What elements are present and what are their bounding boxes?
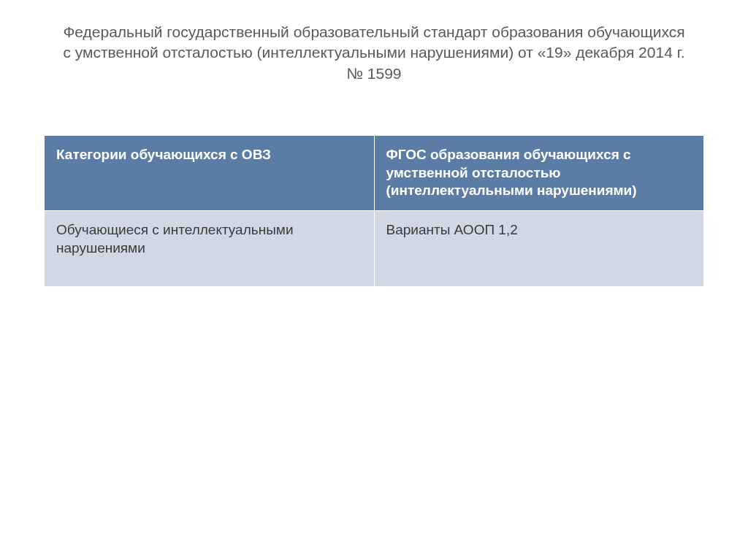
table-row: Обучающиеся с интеллектуальными нарушени… bbox=[45, 211, 704, 287]
header-standard: ФГОС образования обучающихся с умственно… bbox=[374, 136, 704, 211]
cell-category: Обучающиеся с интеллектуальными нарушени… bbox=[45, 211, 375, 287]
header-category: Категории обучающихся с ОВЗ bbox=[45, 136, 375, 211]
slide-container: Федеральный государственный образователь… bbox=[0, 0, 748, 560]
page-title: Федеральный государственный образователь… bbox=[44, 22, 704, 84]
table-header-row: Категории обучающихся с ОВЗ ФГОС образов… bbox=[45, 136, 704, 211]
standards-table: Категории обучающихся с ОВЗ ФГОС образов… bbox=[44, 135, 704, 287]
cell-standard: Варианты АООП 1,2 bbox=[374, 211, 704, 287]
